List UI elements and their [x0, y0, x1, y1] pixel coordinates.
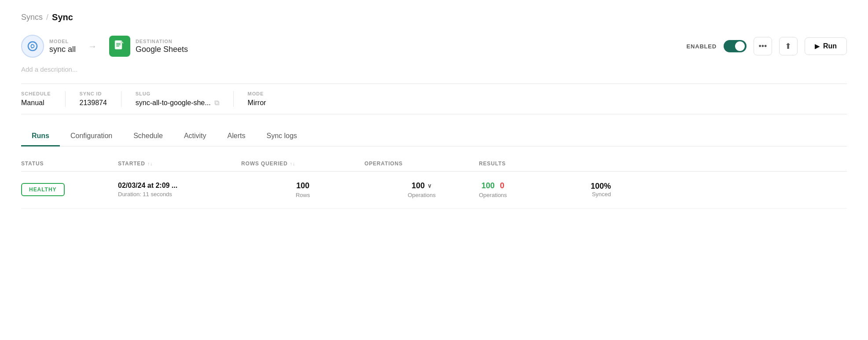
run-button[interactable]: ▶ Run — [805, 37, 847, 55]
model-icon — [21, 35, 44, 58]
tab-runs[interactable]: Runs — [21, 127, 60, 146]
copy-icon[interactable]: ⧉ — [214, 99, 219, 107]
started-cell: 02/03/24 at 2:09 ... Duration: 11 second… — [118, 182, 241, 197]
toggle-knob — [735, 41, 745, 51]
mode-value: Mirror — [248, 99, 266, 107]
sync-id-label: SYNC ID — [80, 91, 107, 96]
col-rows-queried: ROWS QUERIED ↑↓ — [241, 161, 364, 167]
sync-info-left: MODEL sync all → — [21, 35, 188, 58]
schedule-label: SCHEDULE — [21, 91, 51, 96]
results-operations-label: Operations — [479, 192, 507, 198]
status-badge: HEALTHY — [21, 183, 65, 196]
enabled-label: ENABLED — [687, 43, 717, 50]
rows-queried-value: 100 — [296, 181, 309, 190]
operations-label: Operations — [408, 192, 436, 198]
meta-sync-id: SYNC ID 2139874 — [80, 91, 121, 107]
upload-icon: ⬆ — [785, 41, 791, 51]
meta-slug: SLUG sync-all-to-google-she... ⧉ — [136, 91, 234, 107]
table-header: STATUS STARTED ↑↓ ROWS QUERIED ↑↓ OPERAT… — [21, 161, 847, 172]
col-operations: OPERATIONS — [364, 161, 479, 167]
svg-rect-7 — [116, 46, 119, 47]
synced-pct: 100% — [591, 182, 611, 191]
tab-configuration[interactable]: Configuration — [60, 127, 123, 146]
arrow-icon: → — [88, 41, 97, 51]
sync-header: MODEL sync all → — [21, 35, 847, 58]
tab-sync-logs[interactable]: Sync logs — [256, 127, 307, 146]
model-label: MODEL sync all — [49, 39, 76, 54]
started-sort-icon[interactable]: ↑↓ — [147, 161, 153, 166]
mode-label: MODE — [248, 91, 266, 96]
tabs: Runs Configuration Schedule Activity Ale… — [21, 127, 847, 146]
started-main: 02/03/24 at 2:09 ... — [118, 182, 241, 190]
svg-point-2 — [31, 45, 34, 48]
run-label: Run — [823, 42, 837, 50]
rows-label: Rows — [296, 192, 310, 198]
breadcrumb-current: Sync — [52, 12, 73, 22]
destination-icon — [109, 36, 130, 57]
tab-schedule[interactable]: Schedule — [123, 127, 173, 146]
chevron-down-icon: ∨ — [427, 183, 432, 189]
more-options-icon: ••• — [758, 42, 767, 51]
description-input[interactable]: Add a description... — [21, 66, 847, 73]
model-block: MODEL sync all — [21, 35, 76, 58]
metadata-row: SCHEDULE Manual SYNC ID 2139874 SLUG syn… — [21, 84, 847, 114]
schedule-value: Manual — [21, 99, 51, 107]
sync-id-value: 2139874 — [80, 99, 107, 107]
runs-table: STATUS STARTED ↑↓ ROWS QUERIED ↑↓ OPERAT… — [21, 161, 847, 208]
started-sub: Duration: 11 seconds — [118, 191, 241, 197]
meta-schedule: SCHEDULE Manual — [21, 91, 66, 107]
tab-alerts[interactable]: Alerts — [217, 127, 256, 146]
svg-rect-6 — [116, 44, 121, 45]
slug-label: SLUG — [136, 91, 219, 96]
meta-mode: MODE Mirror — [248, 91, 280, 107]
breadcrumb-parent[interactable]: Syncs — [21, 13, 43, 22]
results-nums: 100 0 — [482, 181, 504, 190]
results-green: 100 — [482, 181, 495, 190]
slug-value: sync-all-to-google-she... ⧉ — [136, 99, 219, 107]
status-cell: HEALTHY — [21, 183, 118, 196]
operations-cell: 100 ∨ Operations — [364, 181, 479, 198]
col-status: STATUS — [21, 161, 118, 167]
more-options-button[interactable]: ••• — [754, 37, 772, 55]
header-controls: ENABLED ••• ⬆ ▶ Run — [687, 37, 847, 55]
play-icon: ▶ — [815, 43, 820, 50]
rows-queried-cell: 100 Rows — [241, 181, 364, 198]
col-results: RESULTS — [479, 161, 611, 167]
svg-rect-5 — [116, 43, 121, 44]
col-started: STARTED ↑↓ — [118, 161, 241, 167]
enabled-toggle[interactable] — [724, 40, 747, 52]
model-tag: MODEL — [49, 39, 76, 44]
results-cell: 100 0 Operations 100% Synced — [479, 181, 611, 198]
synced-pct-cell: 100% Synced — [591, 182, 611, 197]
destination-tag: DESTINATION — [136, 39, 188, 44]
table-row: HEALTHY 02/03/24 at 2:09 ... Duration: 1… — [21, 172, 847, 208]
destination-name: Google Sheets — [136, 45, 188, 54]
model-name: sync all — [49, 45, 76, 54]
breadcrumb: Syncs / Sync — [21, 12, 847, 22]
destination-label: DESTINATION Google Sheets — [136, 39, 188, 54]
operations-value[interactable]: 100 ∨ — [412, 181, 432, 190]
rows-sort-icon[interactable]: ↑↓ — [290, 161, 295, 166]
upload-button[interactable]: ⬆ — [779, 37, 798, 55]
breadcrumb-separator: / — [46, 13, 48, 22]
tab-activity[interactable]: Activity — [173, 127, 217, 146]
results-nums-cell: 100 0 Operations — [479, 181, 507, 198]
synced-label: Synced — [592, 191, 611, 197]
destination-block: DESTINATION Google Sheets — [109, 36, 188, 57]
results-red: 0 — [500, 181, 504, 190]
